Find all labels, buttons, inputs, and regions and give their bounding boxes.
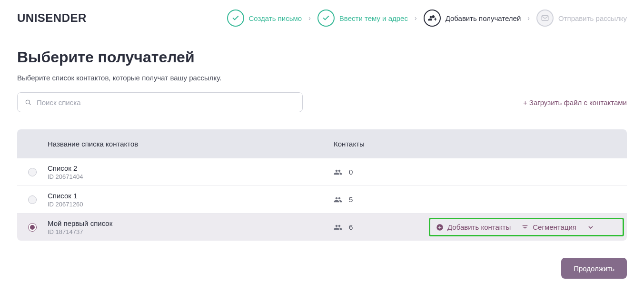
step-label: Создать письмо xyxy=(249,14,302,22)
step-label: Отправить рассылку xyxy=(558,14,627,22)
list-name: Список 2 xyxy=(48,164,334,172)
people-icon xyxy=(334,223,342,232)
action-label: Добавить контакты xyxy=(447,223,511,231)
step-send: Отправить рассылку xyxy=(536,10,627,27)
list-name: Мой первый список xyxy=(48,219,334,227)
search-wrap xyxy=(17,92,303,112)
step-label: Добавить получателей xyxy=(446,14,521,22)
contacts-cell: 5 xyxy=(334,195,429,204)
step-label: Ввести тему и адрес xyxy=(339,14,408,22)
contacts-cell: 6 xyxy=(334,223,429,232)
header: UNISENDER Создать письмо › Ввести тему и… xyxy=(17,10,627,27)
list-name-cell: Список 1 ID 20671260 xyxy=(48,192,334,208)
svg-point-1 xyxy=(26,100,30,104)
continue-button[interactable]: Продолжить xyxy=(561,258,627,279)
column-header-contacts: Контакты xyxy=(334,140,429,148)
table-row[interactable]: Список 1 ID 20671260 5 xyxy=(17,185,627,213)
chevron-down-icon[interactable] xyxy=(587,224,594,231)
list-id: ID 20671404 xyxy=(48,173,334,180)
table-row[interactable]: Список 2 ID 20671404 0 xyxy=(17,158,627,185)
add-user-icon xyxy=(424,10,441,27)
contacts-count: 0 xyxy=(349,168,353,176)
page-title: Выберите получателей xyxy=(17,49,627,66)
radio-cell xyxy=(17,223,48,232)
filter-icon xyxy=(521,224,529,231)
upload-contacts-link[interactable]: + Загрузить файл с контактами xyxy=(523,98,627,107)
action-label: Сегментация xyxy=(533,223,576,231)
step-create-letter[interactable]: Создать письмо xyxy=(227,10,302,27)
radio-button[interactable] xyxy=(28,168,37,176)
brand-logo[interactable]: UNISENDER xyxy=(17,11,87,25)
list-name: Список 1 xyxy=(48,192,334,200)
search-icon xyxy=(25,99,31,106)
column-header-name: Название списка контактов xyxy=(48,140,334,148)
contacts-cell: 0 xyxy=(334,168,429,176)
radio-button[interactable] xyxy=(28,195,37,204)
list-id: ID 20671260 xyxy=(48,201,334,208)
step-add-recipients[interactable]: Добавить получателей xyxy=(424,10,521,27)
list-name-cell: Список 2 ID 20671404 xyxy=(48,164,334,180)
chevron-right-icon: › xyxy=(527,14,530,22)
contacts-count: 5 xyxy=(349,195,353,204)
check-icon xyxy=(317,10,335,27)
add-contacts-button[interactable]: Добавить контакты xyxy=(436,223,511,231)
plus-circle-icon xyxy=(436,224,444,231)
row-actions: Добавить контакты Сегментация xyxy=(429,218,624,236)
search-row: + Загрузить файл с контактами xyxy=(17,92,627,112)
people-icon xyxy=(334,195,342,204)
envelope-icon xyxy=(536,10,554,27)
table-row[interactable]: Мой первый список ID 18714737 6 Добавить… xyxy=(17,213,627,241)
page-subtitle: Выберите список контактов, которые получ… xyxy=(17,74,627,82)
list-id: ID 18714737 xyxy=(48,228,334,235)
search-input[interactable] xyxy=(17,92,303,112)
contacts-table: Название списка контактов Контакты Списо… xyxy=(17,129,627,241)
check-icon xyxy=(227,10,244,27)
people-icon xyxy=(334,168,342,176)
contacts-count: 6 xyxy=(349,223,353,231)
step-subject-address[interactable]: Ввести тему и адрес xyxy=(317,10,408,27)
svg-line-2 xyxy=(30,104,31,105)
radio-cell xyxy=(17,168,48,176)
radio-cell xyxy=(17,195,48,204)
table-header: Название списка контактов Контакты xyxy=(17,129,627,158)
segmentation-button[interactable]: Сегментация xyxy=(521,223,576,231)
radio-button[interactable] xyxy=(28,223,37,232)
wizard-steps: Создать письмо › Ввести тему и адрес › Д… xyxy=(227,10,627,27)
chevron-right-icon: › xyxy=(308,14,311,22)
footer: Продолжить xyxy=(17,258,627,279)
chevron-right-icon: › xyxy=(415,14,417,22)
list-name-cell: Мой первый список ID 18714737 xyxy=(48,219,334,235)
